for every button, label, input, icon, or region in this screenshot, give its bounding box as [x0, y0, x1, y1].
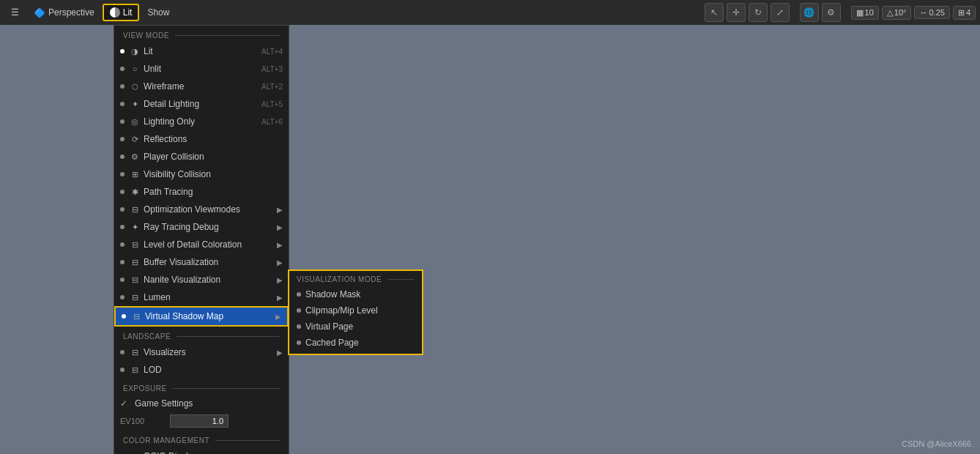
virtual-page-label: Virtual Page [305, 321, 415, 332]
grid-size-btn[interactable]: ▦ 10 [851, 6, 879, 20]
lumen-label: Lumen [144, 292, 271, 302]
shadow-mask-label: Shadow Mask [305, 289, 415, 299]
submenu-item-virtual-page[interactable]: Virtual Page [289, 319, 422, 335]
view-mode-section-label: VIEW MODE [114, 26, 289, 42]
scale-tool-btn[interactable]: ⤢ [771, 3, 790, 22]
unlit-icon: ○ [129, 63, 141, 75]
angle-btn[interactable]: △ 10° [882, 6, 912, 20]
menu-item-path-tracing[interactable]: ✱ Path Tracing [114, 183, 289, 201]
buffer-vis-arrow: ▶ [277, 258, 283, 267]
detail-lighting-label: Detail Lighting [144, 99, 259, 109]
landscape-lod-label: LOD [144, 365, 283, 375]
ev100-input[interactable] [170, 414, 229, 428]
radio-lod-coloration [120, 242, 125, 247]
submenu-item-shadow-mask[interactable]: Shadow Mask [289, 286, 422, 302]
lit-label: Lit [144, 46, 259, 56]
vsm-icon: ⊟ [130, 310, 142, 322]
menu-item-lighting-only[interactable]: ◎ Lighting Only ALT+6 [114, 113, 289, 130]
radio-shadow-mask [297, 292, 301, 297]
lod-coloration-label: Level of Detail Coloration [144, 239, 271, 250]
visualizers-icon: ⊟ [129, 346, 141, 358]
radio-visualizers [120, 350, 125, 354]
vsm-arrow: ▶ [275, 313, 281, 321]
lumen-icon: ⊟ [129, 291, 141, 303]
menu-item-detail-lighting[interactable]: ✦ Detail Lighting ALT+5 [114, 95, 289, 113]
player-collision-label: Player Collision [144, 152, 283, 162]
buffer-vis-icon: ⊟ [129, 256, 141, 268]
reflections-label: Reflections [144, 134, 283, 144]
hamburger-menu[interactable]: ☰ [4, 4, 26, 21]
wireframe-icon: ⬡ [129, 81, 141, 92]
menu-item-ocio-display[interactable]: OCIO Display ▶ [114, 447, 289, 454]
menu-item-visualizers[interactable]: ⊟ Visualizers ▶ [114, 343, 289, 361]
ray-tracing-arrow: ▶ [277, 223, 283, 231]
visualizers-label: Visualizers [144, 347, 271, 357]
menu-item-lod-coloration[interactable]: ⊟ Level of Detail Coloration ▶ [114, 236, 289, 253]
radio-virtual-page [297, 324, 301, 329]
menu-item-wireframe[interactable]: ⬡ Wireframe ALT+2 [114, 78, 289, 95]
lod-coloration-arrow: ▶ [277, 241, 283, 249]
radio-vsm [122, 314, 126, 319]
submenu-item-cached-page[interactable]: Cached Page [289, 335, 422, 351]
menu-item-reflections[interactable]: ⟳ Reflections [114, 130, 289, 148]
menu-item-optimization-viewmodes[interactable]: ⊟ Optimization Viewmodes ▶ [114, 201, 289, 218]
clipmap-label: Clipmap/Mip Level [305, 305, 415, 316]
reflections-icon: ⟳ [129, 133, 141, 145]
lit-icon: ◑ [129, 45, 141, 57]
angle-value: 10° [894, 8, 907, 17]
visibility-collision-icon: ⊞ [129, 168, 141, 180]
menu-item-player-collision[interactable]: ⚙ Player Collision [114, 148, 289, 165]
settings-icon[interactable]: ⚙ [822, 3, 841, 22]
view-mode-dropdown: VIEW MODE ◑ Lit ALT+4 ○ Unlit ALT+3 ⬡ Wi… [114, 25, 289, 454]
vsm-label: Virtual Shadow Map [145, 311, 270, 321]
radio-visibility-collision [120, 172, 125, 176]
menu-item-virtual-shadow-map[interactable]: ⊟ Virtual Shadow Map ▶ [114, 306, 289, 327]
menu-item-lit[interactable]: ◑ Lit ALT+4 [114, 42, 289, 60]
watermark: CSDN @AliceX666 [902, 439, 971, 448]
angle-icon: △ [887, 8, 893, 18]
lighting-only-icon: ◎ [129, 116, 141, 127]
perspective-label: Perspective [48, 7, 94, 18]
lit-icon [110, 7, 120, 18]
menu-item-visibility-collision[interactable]: ⊞ Visibility Collision [114, 165, 289, 183]
player-collision-icon: ⚙ [129, 151, 141, 163]
menu-item-game-settings[interactable]: ✓ Game Settings [114, 395, 289, 412]
perspective-btn[interactable]: 🔷 Perspective [27, 4, 101, 21]
lit-label: Lit [123, 7, 133, 18]
radio-unlit [120, 67, 125, 71]
split-icon: ⊞ [958, 8, 965, 18]
lumen-arrow: ▶ [277, 294, 283, 302]
lighting-only-label: Lighting Only [144, 116, 259, 127]
menu-item-nanite-vis[interactable]: ⊟ Nanite Visualization ▶ [114, 271, 289, 289]
ev100-label: EV100 [120, 417, 164, 425]
radio-lumen [120, 295, 125, 299]
distance-btn[interactable]: ↔ 0.25 [914, 6, 949, 19]
radio-player-collision [120, 155, 125, 159]
menu-item-lumen[interactable]: ⊟ Lumen ▶ [114, 289, 289, 306]
menu-item-ray-tracing-debug[interactable]: ✦ Ray Tracing Debug ▶ [114, 218, 289, 236]
lit-btn[interactable]: Lit [103, 4, 140, 21]
vsm-submenu: VISUALIZATION MODE Shadow Mask Clipmap/M… [288, 269, 423, 355]
show-btn[interactable]: Show [141, 4, 176, 21]
menu-item-unlit[interactable]: ○ Unlit ALT+3 [114, 60, 289, 78]
radio-buffer-vis [120, 260, 125, 264]
ocio-icon [129, 450, 141, 454]
radio-path-tracing [120, 190, 125, 194]
radio-landscape-lod [120, 368, 125, 372]
distance-icon: ↔ [919, 8, 927, 17]
submenu-item-clipmap[interactable]: Clipmap/Mip Level [289, 302, 422, 319]
ev100-row: EV100 [114, 412, 289, 431]
landscape-section-label: LANDSCAPE [114, 327, 289, 343]
radio-detail-lighting [120, 102, 125, 106]
toolbar-right: ↖ ✛ ↻ ⤢ 🌐 ⚙ ▦ 10 △ 10° ↔ 0.25 ⊞ 4 [705, 3, 976, 22]
menu-item-landscape-lod[interactable]: ⊟ LOD [114, 361, 289, 379]
world-icon[interactable]: 🌐 [800, 3, 819, 22]
radio-wireframe [120, 84, 125, 89]
detail-lighting-icon: ✦ [129, 98, 141, 110]
split-btn[interactable]: ⊞ 4 [953, 6, 976, 20]
menu-item-buffer-vis[interactable]: ⊟ Buffer Visualization ▶ [114, 253, 289, 271]
select-tool-btn[interactable]: ↖ [705, 3, 724, 22]
move-tool-btn[interactable]: ✛ [727, 3, 746, 22]
wireframe-shortcut: ALT+2 [261, 83, 283, 91]
rotate-tool-btn[interactable]: ↻ [749, 3, 768, 22]
